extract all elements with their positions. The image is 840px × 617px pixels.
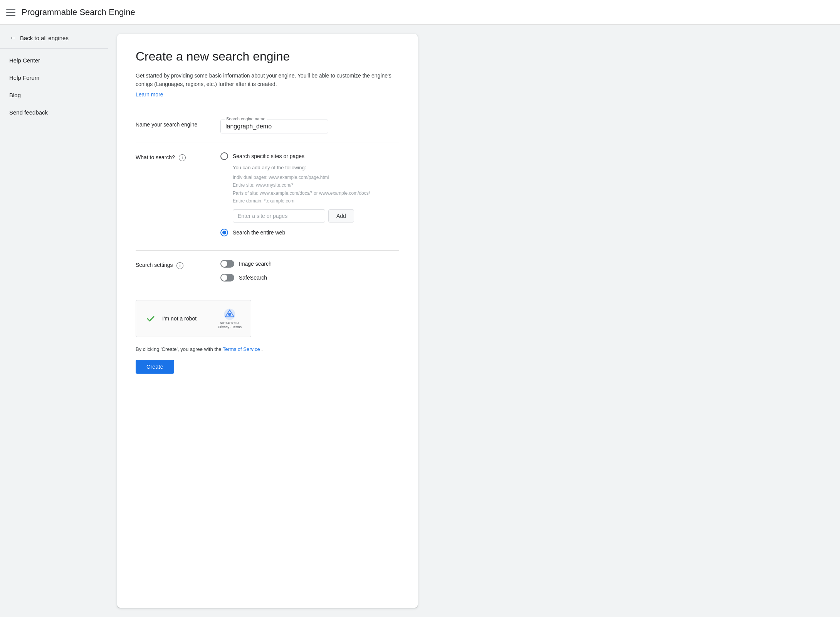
example-4: Entire domain: *.example.com: [233, 197, 399, 205]
recaptcha-text: I'm not a robot: [162, 315, 213, 322]
recaptcha-separator: ·: [230, 325, 232, 329]
helper-examples: Individual pages: www.example.com/page.h…: [233, 174, 399, 205]
search-engine-name-input-wrapper: Search engine name: [220, 120, 328, 133]
create-button[interactable]: Create: [136, 360, 174, 374]
entire-web-label: Search the entire web: [233, 229, 285, 236]
safe-search-toggle[interactable]: [220, 274, 234, 282]
recaptcha-box[interactable]: I'm not a robot reCAPTCHA Privacy · Term…: [136, 300, 251, 337]
image-search-toggle-track: [220, 260, 234, 268]
safe-search-toggle-row: SafeSearch: [220, 274, 399, 282]
what-to-search-info-icon[interactable]: i: [179, 154, 186, 161]
search-engine-name-input[interactable]: [225, 123, 323, 130]
main-content: Create a new search engine Get started b…: [108, 25, 840, 617]
recaptcha-brand-label: reCAPTCHA: [220, 321, 240, 325]
back-arrow-icon: ←: [9, 34, 16, 42]
recaptcha-logo-icon: [223, 308, 236, 320]
safe-search-toggle-track: [220, 274, 234, 282]
recaptcha-privacy-link[interactable]: Privacy: [218, 325, 230, 329]
site-input-row: Add: [233, 209, 399, 223]
example-2: Entire site: www.mysite.com/*: [233, 181, 399, 189]
search-settings-info-icon[interactable]: i: [176, 262, 183, 269]
sidebar-nav: Help Center Help Forum Blog Send feedbac…: [0, 52, 108, 121]
search-settings-content: Image search SafeSearch: [220, 260, 399, 288]
terms-prefix: By clicking 'Create', you agree with the: [136, 346, 221, 352]
recaptcha-terms-link[interactable]: Terms: [232, 325, 242, 329]
specific-sites-label: Search specific sites or pages: [233, 153, 304, 159]
sidebar-item-send-feedback[interactable]: Send feedback: [0, 104, 108, 121]
example-3: Parts of site: www.example.com/docs/* or…: [233, 189, 399, 197]
sidebar-item-help-forum[interactable]: Help Forum: [0, 69, 108, 86]
what-to-search-label-wrap: What to search? i: [136, 152, 220, 162]
example-1: Individual pages: www.example.com/page.h…: [233, 174, 399, 181]
recaptcha-checkmark-icon: [145, 313, 156, 324]
name-section: Name your search engine Search engine na…: [136, 110, 399, 143]
menu-icon[interactable]: [6, 8, 15, 17]
sidebar-item-help-center[interactable]: Help Center: [0, 52, 108, 69]
name-section-label: Name your search engine: [136, 120, 220, 129]
learn-more-link[interactable]: Learn more: [136, 91, 163, 98]
terms-period: .: [261, 346, 263, 352]
image-search-label: Image search: [239, 261, 272, 267]
what-to-search-content: Search specific sites or pages You can a…: [220, 152, 399, 241]
entire-web-radio[interactable]: Search the entire web: [220, 229, 399, 236]
sidebar-item-blog[interactable]: Blog: [0, 86, 108, 104]
layout: ← Back to all engines Help Center Help F…: [0, 25, 840, 617]
back-label: Back to all engines: [20, 35, 69, 41]
terms-of-service-link[interactable]: Terms of Service: [223, 346, 260, 352]
recaptcha-links: Privacy · Terms: [218, 325, 242, 329]
topnav: Programmable Search Engine: [0, 0, 840, 25]
helper-text: You can add any of the following:: [233, 165, 399, 170]
card-title: Create a new search engine: [136, 49, 399, 64]
create-engine-card: Create a new search engine Get started b…: [117, 34, 418, 608]
svg-point-1: [228, 313, 231, 316]
specific-sites-radio-button[interactable]: [220, 152, 228, 160]
entire-web-radio-button[interactable]: [220, 229, 228, 236]
back-to-engines-button[interactable]: ← Back to all engines: [0, 25, 108, 49]
what-to-search-section: What to search? i Search specific sites …: [136, 143, 399, 251]
app-title: Programmable Search Engine: [22, 7, 135, 17]
name-section-content: Search engine name: [220, 120, 399, 133]
terms-text: By clicking 'Create', you agree with the…: [136, 346, 399, 352]
site-search-sub: You can add any of the following: Indivi…: [233, 165, 399, 223]
image-search-toggle[interactable]: [220, 260, 234, 268]
radio-inner-dot: [222, 231, 226, 234]
image-search-toggle-row: Image search: [220, 260, 399, 268]
site-input[interactable]: [233, 209, 325, 223]
search-settings-label: Search settings: [136, 262, 173, 268]
safe-search-label: SafeSearch: [239, 275, 267, 281]
recaptcha-logo-area: reCAPTCHA Privacy · Terms: [218, 308, 242, 329]
specific-sites-radio[interactable]: Search specific sites or pages: [220, 152, 399, 160]
add-site-button[interactable]: Add: [328, 209, 354, 223]
card-description: Get started by providing some basic info…: [136, 71, 399, 89]
sidebar: ← Back to all engines Help Center Help F…: [0, 25, 108, 617]
image-search-toggle-thumb: [221, 261, 227, 267]
search-engine-name-label: Search engine name: [225, 116, 267, 121]
search-settings-section: Search settings i Image search: [136, 250, 399, 297]
what-to-search-label: What to search?: [136, 154, 175, 160]
search-settings-label-wrap: Search settings i: [136, 260, 220, 269]
safe-search-toggle-thumb: [221, 275, 227, 281]
